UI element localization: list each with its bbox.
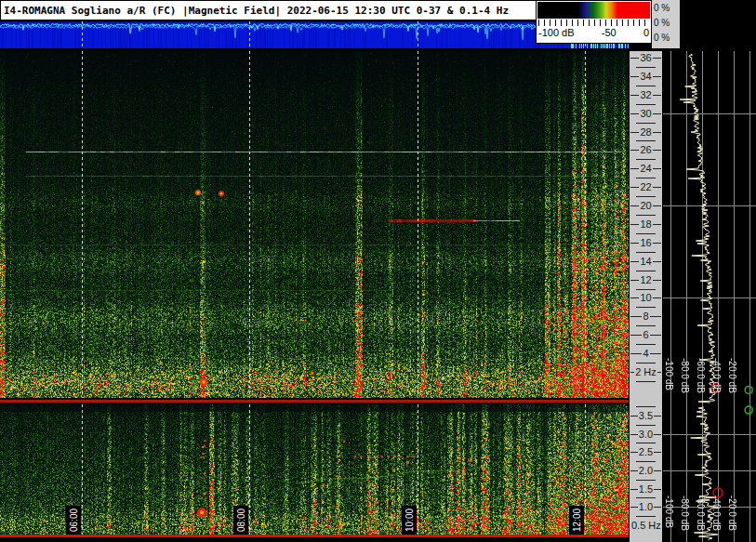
db-label: -40.0 dB: [711, 358, 721, 393]
colorbar-label-max: 0: [643, 26, 649, 39]
time-label: 12:00: [569, 506, 584, 535]
percent-readout: 0 %: [654, 31, 680, 46]
divider-red-line: [0, 400, 629, 403]
db-label: -80.0 dB: [680, 496, 689, 531]
freq-tick-lower: 3.0: [630, 429, 662, 440]
freq-minor-tick-upper: [636, 67, 656, 68]
freq-tick-lower: 1.0: [630, 501, 662, 512]
main-spectrogram: [0, 51, 629, 400]
freq-minor-tick-upper: [636, 252, 656, 253]
freq-tick-lower: 0.5 Hz: [630, 520, 662, 531]
freq-minor-tick-upper: [636, 233, 656, 234]
freq-minor-tick-lower: [636, 443, 656, 443]
freq-tick-lower: 2.0: [630, 465, 662, 476]
spectrum-panel-upper: [663, 51, 756, 404]
percent-readout: 0 %: [654, 1, 680, 16]
freq-minor-tick-lower: [636, 425, 656, 426]
freq-tick-upper: 36: [630, 52, 662, 63]
db-label: -20.0 dB: [727, 496, 736, 531]
freq-tick-upper: 6: [630, 329, 662, 340]
db-label: -20.0 dB: [727, 358, 736, 393]
colorbar-gradient: [537, 2, 650, 19]
freq-minor-tick-upper: [636, 381, 656, 382]
freq-minor-tick-upper: [636, 178, 656, 178]
db-label: -40.0 dB: [711, 496, 721, 531]
db-axis-upper: -100 dB-80.0 dB-60.0 dB-40.0 dB-20.0 dB: [663, 356, 756, 403]
freq-tick-upper: 2 Hz: [630, 366, 662, 377]
freq-tick-upper: 4: [630, 348, 662, 359]
freq-minor-tick-upper: [636, 307, 656, 308]
freq-minor-tick-lower: [636, 406, 656, 407]
oscillogram-strip: [0, 21, 629, 48]
freq-tick-upper: 16: [630, 237, 662, 248]
freq-minor-tick-lower: [636, 480, 656, 481]
freq-tick-upper: 30: [630, 108, 662, 119]
magnetic-field-monitor-window: I4-ROMAGNA Sogliano a/R (FC) |Magnetic F…: [0, 0, 756, 542]
freq-tick-upper: 8: [630, 311, 662, 322]
bottom-baseline: [0, 535, 629, 537]
freq-tick-upper: 18: [630, 218, 662, 230]
db-label: -60.0 dB: [696, 358, 705, 393]
colorbar-label-mid: -50: [602, 26, 617, 39]
freq-tick-lower: 1.5: [630, 483, 662, 495]
db-axis-lower: -100 dB-80.0 dB-60.0 dB-40.0 dB-20.0 dB: [663, 494, 756, 540]
freq-tick-lower: 2.5: [630, 446, 662, 457]
freq-tick-upper: 28: [630, 126, 662, 138]
percent-readouts: 0 %0 %0 %: [652, 0, 680, 48]
percent-readout: 0 %: [654, 16, 680, 31]
freq-minor-tick-upper: [636, 159, 656, 160]
time-label: 06:00: [66, 506, 81, 535]
db-label: -100 dB: [664, 358, 673, 390]
lower-spectrogram: [0, 404, 629, 535]
freq-tick-upper: 12: [630, 274, 662, 285]
freq-minor-tick-upper: [636, 86, 656, 86]
freq-minor-tick-lower: [636, 497, 656, 498]
frequency-axis: 36343230282624222018161412108642 Hz3.53.…: [629, 51, 663, 542]
time-label: 08:00: [233, 506, 248, 535]
time-label: 10:00: [402, 506, 417, 535]
freq-tick-upper: 10: [630, 292, 662, 303]
colorbar-label-min: -100 dB: [538, 26, 575, 39]
freq-minor-tick-lower: [636, 461, 656, 462]
colorbar: -100 dB -50 0: [536, 0, 652, 44]
freq-tick-upper: 22: [630, 181, 662, 192]
freq-tick-upper: 14: [630, 256, 662, 267]
freq-minor-tick-upper: [636, 325, 656, 326]
freq-minor-tick-upper: [636, 215, 656, 216]
freq-minor-tick-upper: [636, 344, 656, 345]
spectrogram-divider: [0, 398, 629, 404]
freq-minor-tick-lower: [636, 516, 656, 517]
freq-tick-upper: 32: [630, 89, 662, 100]
freq-tick-lower: 3.5: [630, 410, 662, 421]
freq-minor-tick-upper: [636, 289, 656, 290]
freq-minor-tick-upper: [636, 140, 656, 141]
freq-minor-tick-upper: [636, 123, 656, 124]
colorbar-ticks: [538, 20, 649, 26]
window-title: I4-ROMAGNA Sogliano a/R (FC) |Magnetic F…: [4, 5, 509, 17]
freq-tick-upper: 26: [630, 144, 662, 155]
freq-minor-tick-upper: [636, 104, 656, 105]
title-bar: I4-ROMAGNA Sogliano a/R (FC) |Magnetic F…: [0, 0, 537, 20]
freq-tick-upper: 34: [630, 71, 662, 82]
freq-tick-upper: 24: [630, 163, 662, 174]
freq-minor-tick-upper: [636, 271, 656, 271]
db-label: -80.0 dB: [680, 358, 689, 393]
freq-tick-upper: 20: [630, 200, 662, 211]
db-label: -100 dB: [664, 496, 673, 528]
freq-minor-tick-upper: [636, 363, 656, 364]
freq-minor-tick-upper: [636, 196, 656, 197]
colorbar-labels: -100 dB -50 0: [537, 26, 651, 39]
db-label: -60.0 dB: [696, 496, 705, 531]
